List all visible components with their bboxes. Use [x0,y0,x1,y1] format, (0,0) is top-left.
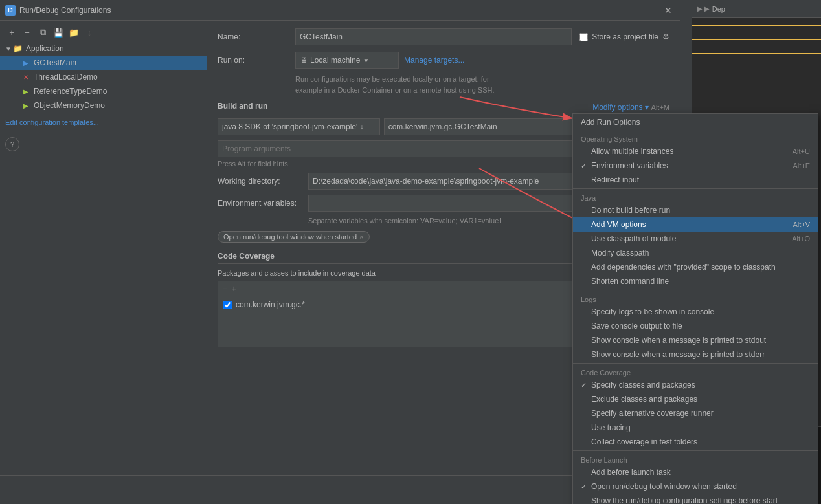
dialog-title-text: Run/Debug Configurations [19,6,662,15]
tree-item-label: ObjectMemoryDemo [34,101,105,110]
modify-options-button[interactable]: Modify options ▾ [592,103,648,112]
dialog-title-icon: IJ [5,5,16,16]
dropdown-item-collect-coverage[interactable]: Collect coverage in test folders [573,435,818,449]
tree-item-threadlocaldemo[interactable]: ✕ ThreadLocalDemo [0,70,207,84]
dropdown-item-env-vars[interactable]: ✓ Environment variables Alt+E [573,159,818,173]
coverage-item-label: com.kerwin.jvm.gc.* [236,300,305,309]
help-button[interactable]: ? [5,137,19,151]
dropdown-item-allow-multiple[interactable]: Allow multiple instances Alt+U [573,144,818,159]
name-input[interactable] [295,28,572,45]
open-debug-close-button[interactable]: × [359,233,363,241]
copy-config-button[interactable]: ⧉ [36,26,49,39]
dropdown-header: Add Run Options [573,114,818,131]
dialog-close-button[interactable]: ✕ [662,4,675,17]
dropdown-item-add-vm-options[interactable]: Add VM options Alt+V [573,217,818,232]
dropdown-section-logs: Logs [573,292,818,305]
dropdown-item-label: Show console when a message is printed t… [591,336,797,345]
ide-tab-bar: ▶ ▶ Dep [692,0,821,18]
dropdown-item-label: Add before launch task [591,468,797,477]
dropdown-item-label: Use classpath of module [591,234,779,243]
tree-item-gctestmain[interactable]: ▶ GCTestMain [0,56,207,70]
dropdown-item-add-dependencies[interactable]: Add dependencies with "provided" scope t… [573,260,818,274]
dropdown-item-label: Redirect input [591,175,797,184]
working-dir-label: Working directory: [218,177,308,186]
tree-item-label: GCTestMain [34,58,76,67]
folder-icon: 📁 [13,43,23,54]
dropdown-item-specify-logs[interactable]: Specify logs to be shown in console [573,305,818,319]
shortcut-label: Alt+U [793,148,810,155]
store-as-project-checkbox[interactable] [579,33,588,41]
shortcut-label: Alt+E [793,162,810,170]
dropdown-item-add-before-launch[interactable]: Add before launch task [573,465,818,479]
add-run-options-dropdown: Add Run Options Operating System Allow m… [572,113,818,504]
dropdown-item-label: Do not build before run [591,206,797,215]
dropdown-item-use-tracing[interactable]: Use tracing [573,421,818,435]
dropdown-divider [573,363,818,364]
modify-options-shortcut: Alt+M [651,104,669,111]
dropdown-item-show-stderr[interactable]: Show console when a message is printed t… [573,347,818,362]
dropdown-item-show-stdout[interactable]: Show console when a message is printed t… [573,333,818,347]
tree-item-application[interactable]: ▼ 📁 Application [0,41,207,56]
open-debug-tag: Open run/debug tool window when started … [218,231,370,243]
dropdown-item-label: Open run/debug tool window when started [591,482,797,491]
dropdown-item-no-build[interactable]: Do not build before run [573,203,818,217]
modify-options-chevron-icon: ▾ [645,103,649,112]
run-on-label: Run on: [218,56,295,65]
dropdown-item-save-console[interactable]: Save console output to file [573,319,818,333]
add-config-button[interactable]: + [5,26,18,39]
build-run-title: Build and run [218,102,267,113]
dropdown-item-label: Use tracing [591,423,797,432]
manage-targets-link[interactable]: Manage targets... [404,56,464,65]
dropdown-item-label: Specify alternative coverage runner [591,409,797,418]
dropdown-item-label: Save console output to file [591,322,797,331]
dropdown-divider [573,188,818,189]
coverage-add-icon[interactable]: + [231,283,236,294]
tree-item-objectmemorydemo[interactable]: ▶ ObjectMemoryDemo [0,98,207,113]
shortcut-label: Alt+V [793,221,810,228]
dropdown-item-label: Add VM options [591,220,780,229]
folder-config-button[interactable]: 📁 [67,26,80,39]
dropdown-section-coverage: Code Coverage [573,365,818,378]
sdk-select[interactable]: java 8 SDK of 'springboot-jvm-example' ↓ [218,118,380,135]
dropdown-item-redirect-input[interactable]: Redirect input [573,173,818,187]
coverage-item-checkbox[interactable] [223,301,232,309]
coverage-remove-icon[interactable]: − [222,283,227,294]
dropdown-item-use-classpath[interactable]: Use classpath of module Alt+O [573,232,818,246]
dropdown-section-os: Operating System [573,131,818,144]
info-text: Run configurations may be executed local… [295,74,669,95]
dropdown-item-modify-classpath[interactable]: Modify classpath [573,246,818,260]
tree-item-label: ThreadLocalDemo [34,72,98,82]
dropdown-item-label: Add dependencies with "provided" scope t… [591,263,797,272]
dropdown-item-open-run-debug-window[interactable]: ✓ Open run/debug tool window when starte… [573,479,818,494]
ide-tab-arrows: ▶ ▶ [697,5,710,12]
tree-item-referencetypedemo[interactable]: ▶ ReferenceTypeDemo [0,84,207,98]
sort-config-button[interactable]: ↕ [83,26,96,39]
shortcut-label: Alt+O [792,235,810,243]
dropdown-item-exclude-classes[interactable]: Exclude classes and packages [573,392,818,406]
run-on-select[interactable]: 🖥 Local machine ▼ [295,52,399,69]
dropdown-item-show-settings-before-start[interactable]: Show the run/debug configuration setting… [573,494,818,504]
env-vars-label: Environment variables: [218,199,308,208]
dropdown-item-label: Allow multiple instances [591,147,780,156]
run-on-dropdown-icon: ▼ [363,57,369,64]
tree-application-label: Application [26,44,64,53]
class-icon: ▶ [21,100,31,111]
tree-arrow-icon: ▼ [5,45,12,52]
save-config-button[interactable]: 💾 [52,26,65,39]
check-icon: ✓ [581,381,591,389]
ide-tab-dep: Dep [712,5,725,13]
remove-config-button[interactable]: − [21,26,34,39]
open-debug-label: Open run/debug tool window when started [223,233,357,241]
dialog-titlebar: IJ Run/Debug Configurations ✕ [0,0,680,21]
dropdown-item-specify-classes[interactable]: ✓ Specify classes and packages [573,378,818,392]
sidebar-toolbar: + − ⧉ 💾 📁 ↕ [0,23,207,41]
dropdown-item-label: Modify classpath [591,248,797,257]
dropdown-item-label: Shorten command line [591,277,797,286]
settings-gear-icon[interactable]: ⚙ [662,32,669,41]
edit-config-templates-link[interactable]: Edit configuration templates... [5,118,99,126]
dropdown-item-specify-coverage-runner[interactable]: Specify alternative coverage runner [573,406,818,421]
dropdown-item-shorten-cmd[interactable]: Shorten command line [573,274,818,289]
sdk-value: java 8 SDK of 'springboot-jvm-example' ↓ [222,122,364,131]
dropdown-item-label: Exclude classes and packages [591,395,797,404]
dialog-wrapper: ▶ ▶ Dep b88, 0x00000000ff980000) ved 105… [0,0,821,504]
